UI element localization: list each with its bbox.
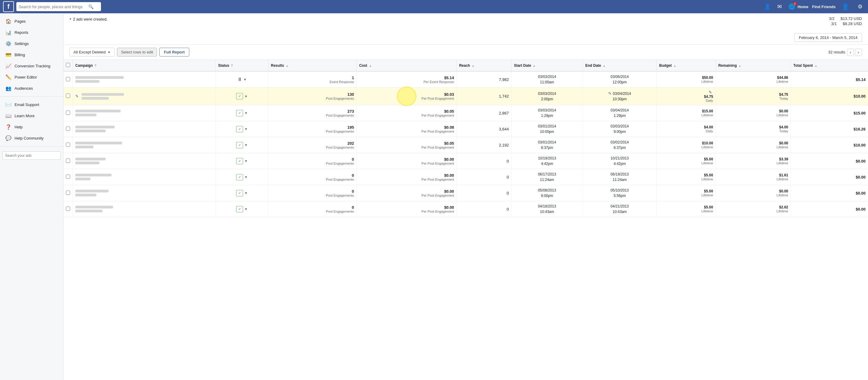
select-all-checkbox[interactable] bbox=[66, 63, 70, 67]
results-count: 273 bbox=[347, 109, 354, 113]
row-checkbox[interactable] bbox=[66, 191, 70, 195]
status-cell: ✓ ▼ bbox=[216, 185, 269, 201]
row-checkbox[interactable] bbox=[66, 207, 70, 211]
total-spent-value: $0.00 bbox=[856, 159, 866, 164]
status-badge[interactable]: ✓ bbox=[236, 142, 243, 148]
messages-icon[interactable]: ✉ bbox=[775, 2, 784, 11]
th-campaign[interactable]: Campaign ? bbox=[73, 60, 216, 71]
cost-cell: $0.05 Per Post Engagement bbox=[356, 137, 457, 153]
sidebar-item-pages[interactable]: 🏠 Pages bbox=[1, 16, 62, 27]
th-reach[interactable]: Reach ▲ bbox=[457, 60, 511, 71]
end-date: 03/06/2014 bbox=[611, 75, 629, 79]
top-search-input[interactable] bbox=[19, 4, 88, 9]
status-badge[interactable]: ✓ bbox=[236, 206, 243, 212]
stat-value-2: $8.28 USD bbox=[843, 22, 862, 26]
status-cell: ⏸ ▼ bbox=[216, 71, 269, 88]
cost-amount: $0.05 bbox=[444, 109, 454, 113]
status-chevron-icon[interactable]: ▼ bbox=[244, 207, 248, 211]
status-chevron-icon[interactable]: ▼ bbox=[244, 143, 248, 147]
sidebar-item-billing[interactable]: 💳 Billing bbox=[1, 49, 62, 60]
sidebar-item-reports[interactable]: 📊 Reports bbox=[1, 27, 62, 38]
th-select-all[interactable] bbox=[63, 60, 73, 71]
status-badge[interactable]: ✓ bbox=[236, 174, 243, 180]
total-spent-value: $0.00 bbox=[856, 191, 866, 196]
pause-icon[interactable]: ⏸ bbox=[237, 77, 242, 82]
campaign-sub-blurred bbox=[75, 80, 99, 83]
top-nav: f 🔍 👤 ✉ 🌐2 Home Find Friends 👤 ⚙ bbox=[0, 0, 868, 13]
status-badge[interactable]: ✓ bbox=[236, 190, 243, 196]
date-range-box[interactable]: February 6, 2014 - March 5, 2014 bbox=[794, 33, 862, 42]
campaign-sub-blurred bbox=[75, 162, 99, 164]
th-status[interactable]: Status ? bbox=[216, 60, 269, 71]
cost-per: Per Post Engagement bbox=[422, 113, 454, 117]
account-menu-icon[interactable]: ⚙ bbox=[855, 2, 865, 11]
status-chevron-icon[interactable]: ▼ bbox=[244, 127, 248, 131]
status-cell: ✓ ▼ bbox=[216, 121, 269, 137]
table-header: Campaign ? Status ? Results ▲ Cost bbox=[63, 60, 868, 71]
th-end-date[interactable]: End Date ▲ bbox=[583, 60, 656, 71]
status-badge[interactable]: ✓ bbox=[236, 93, 243, 99]
status-chevron-icon[interactable]: ▼ bbox=[243, 78, 247, 81]
results-type: Post Engagements bbox=[326, 113, 354, 117]
budget-cell: $50.00Lifetime bbox=[657, 71, 716, 88]
status-badge[interactable]: ✓ bbox=[236, 110, 243, 116]
next-page-button[interactable]: › bbox=[855, 48, 862, 56]
row-checkbox[interactable] bbox=[66, 77, 70, 81]
friend-requests-icon[interactable]: 👤 bbox=[762, 2, 773, 11]
full-report-button[interactable]: Full Report bbox=[159, 48, 189, 57]
reach-value: 1,742 bbox=[499, 94, 509, 99]
th-results[interactable]: Results ▲ bbox=[269, 60, 357, 71]
status-badge[interactable]: ✓ bbox=[236, 126, 243, 132]
edit-budget-icon[interactable]: ✎ bbox=[709, 90, 712, 95]
sidebar-item-learn-more[interactable]: 📖 Learn More bbox=[1, 110, 62, 121]
home-link[interactable]: Home bbox=[798, 4, 808, 9]
sidebar-item-help[interactable]: ❓ Help bbox=[1, 122, 62, 132]
reach-value: 7,982 bbox=[499, 77, 509, 82]
th-cost[interactable]: Cost ▲ bbox=[356, 60, 457, 71]
sidebar-item-email-support[interactable]: ✉️ Email Support bbox=[1, 99, 62, 110]
start-date-cell: 06/17/201311:24am bbox=[511, 169, 583, 185]
sidebar: 🏠 Pages 📊 Reports ⚙️ Settings 💳 Billing … bbox=[0, 13, 63, 380]
sidebar-item-conversion-tracking[interactable]: 📈 Conversion Tracking bbox=[1, 61, 62, 71]
row-checkbox[interactable] bbox=[66, 159, 70, 163]
top-search-bar[interactable]: 🔍 bbox=[16, 2, 101, 11]
status-badge[interactable]: ✓ bbox=[236, 158, 243, 164]
sidebar-search-input[interactable] bbox=[2, 151, 61, 160]
select-rows-button[interactable]: Select rows to edit bbox=[117, 48, 157, 57]
row-checkbox[interactable] bbox=[66, 94, 70, 98]
row-checkbox[interactable] bbox=[66, 143, 70, 147]
status-chevron-icon[interactable]: ▼ bbox=[244, 191, 248, 195]
reach-value: 2,192 bbox=[499, 143, 509, 147]
cost-amount: $0.00 bbox=[444, 173, 454, 178]
notifications-icon[interactable]: 🌐2 bbox=[786, 2, 798, 11]
results-cell: 0 Post Engagements bbox=[269, 185, 357, 201]
sidebar-item-power-editor[interactable]: ✏️ Power Editor bbox=[1, 72, 62, 82]
prev-page-button[interactable]: ‹ bbox=[847, 48, 854, 56]
find-friends-link[interactable]: Find Friends bbox=[812, 4, 836, 9]
start-date-cell: 04/18/201310:43am bbox=[511, 201, 583, 217]
edit-end-date-icon[interactable]: ✎ bbox=[608, 91, 612, 96]
edit-pencil-icon[interactable]: ✎ bbox=[75, 94, 79, 99]
sidebar-item-settings[interactable]: ⚙️ Settings bbox=[1, 38, 62, 49]
th-remaining[interactable]: Remaining ▲ bbox=[716, 60, 790, 71]
status-chevron-icon[interactable]: ▼ bbox=[244, 111, 248, 115]
th-total-spent[interactable]: Total Spent ▲ bbox=[791, 60, 868, 71]
row-checkbox[interactable] bbox=[66, 127, 70, 131]
status-chevron-icon[interactable]: ▼ bbox=[244, 175, 248, 179]
th-budget[interactable]: Budget ▲ bbox=[657, 60, 716, 71]
results-cell: 273 Post Engagements bbox=[269, 105, 357, 121]
th-start-date[interactable]: Start Date ▲ bbox=[511, 60, 583, 71]
status-chevron-icon[interactable]: ▼ bbox=[244, 159, 248, 163]
row-checkbox[interactable] bbox=[66, 175, 70, 179]
profile-icon[interactable]: 👤 bbox=[839, 2, 852, 11]
cost-amount: $0.05 bbox=[444, 141, 454, 146]
row-checkbox[interactable] bbox=[66, 110, 70, 115]
results-type: Post Engagements bbox=[326, 194, 354, 197]
filter-dropdown-button[interactable]: All Except Deleted ▼ bbox=[69, 48, 115, 57]
status-chevron-icon[interactable]: ▼ bbox=[244, 95, 248, 98]
end-time: 4:42pm bbox=[614, 162, 626, 166]
sidebar-item-help-community[interactable]: 💬 Help Community bbox=[1, 133, 62, 143]
sidebar-item-audiences[interactable]: 👥 Audiences bbox=[1, 83, 62, 94]
cost-amount: $0.00 bbox=[444, 157, 454, 162]
results-type: Post Engagements bbox=[326, 210, 354, 213]
